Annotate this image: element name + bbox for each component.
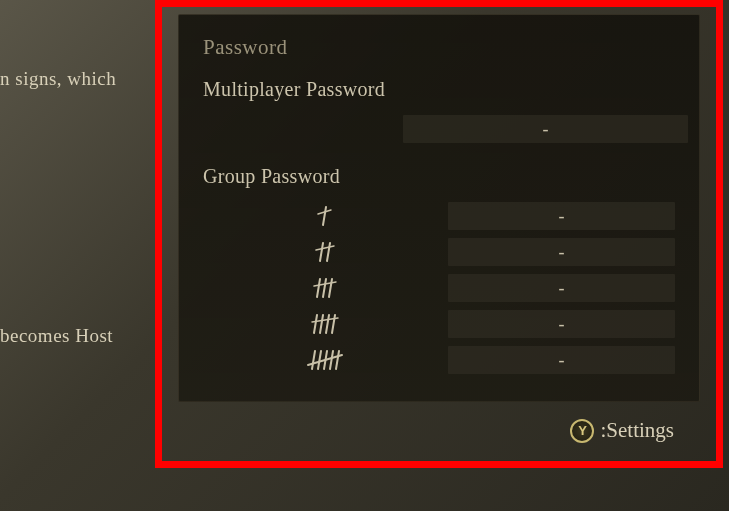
- svg-line-4: [316, 246, 334, 250]
- svg-line-15: [318, 351, 321, 369]
- tally-icon-5: [203, 347, 448, 373]
- svg-line-7: [329, 279, 332, 297]
- group-password-label: Group Password: [203, 165, 675, 188]
- background-text-line-1: n signs, which: [0, 68, 116, 90]
- svg-line-5: [317, 279, 320, 297]
- settings-hint-label: :Settings: [600, 418, 674, 443]
- svg-line-9: [314, 315, 317, 333]
- svg-line-11: [326, 315, 329, 333]
- password-panel: Password Multiplayer Password - Group Pa…: [178, 14, 700, 402]
- settings-hint[interactable]: Y :Settings: [570, 418, 674, 443]
- group-password-value-3[interactable]: -: [448, 274, 675, 302]
- group-password-value-4[interactable]: -: [448, 310, 675, 338]
- group-password-row-4[interactable]: -: [203, 308, 675, 340]
- background-text-line-2: becomes Host: [0, 325, 113, 347]
- multiplayer-password-label: Multiplayer Password: [203, 78, 675, 101]
- tally-icon-4: [203, 311, 448, 337]
- svg-line-3: [327, 243, 330, 261]
- y-button-icon: Y: [570, 419, 594, 443]
- group-password-value-2[interactable]: -: [448, 238, 675, 266]
- group-password-row-1[interactable]: -: [203, 200, 675, 232]
- tally-icon-1: [203, 203, 448, 229]
- tally-icon-3: [203, 275, 448, 301]
- svg-line-0: [323, 207, 326, 225]
- group-password-row-3[interactable]: -: [203, 272, 675, 304]
- group-password-row-2[interactable]: -: [203, 236, 675, 268]
- svg-line-10: [320, 315, 323, 333]
- svg-line-2: [320, 243, 323, 261]
- svg-line-17: [330, 351, 333, 369]
- svg-line-12: [332, 315, 335, 333]
- group-password-value-1[interactable]: -: [448, 202, 675, 230]
- tally-icon-2: [203, 239, 448, 265]
- group-password-value-5[interactable]: -: [448, 346, 675, 374]
- svg-line-6: [323, 279, 326, 297]
- svg-line-14: [312, 351, 315, 369]
- group-password-rows: - - -: [203, 200, 675, 376]
- panel-title: Password: [203, 35, 675, 60]
- svg-line-18: [336, 351, 339, 369]
- multiplayer-password-row[interactable]: -: [403, 113, 688, 145]
- group-password-row-5[interactable]: -: [203, 344, 675, 376]
- multiplayer-password-value[interactable]: -: [403, 115, 688, 143]
